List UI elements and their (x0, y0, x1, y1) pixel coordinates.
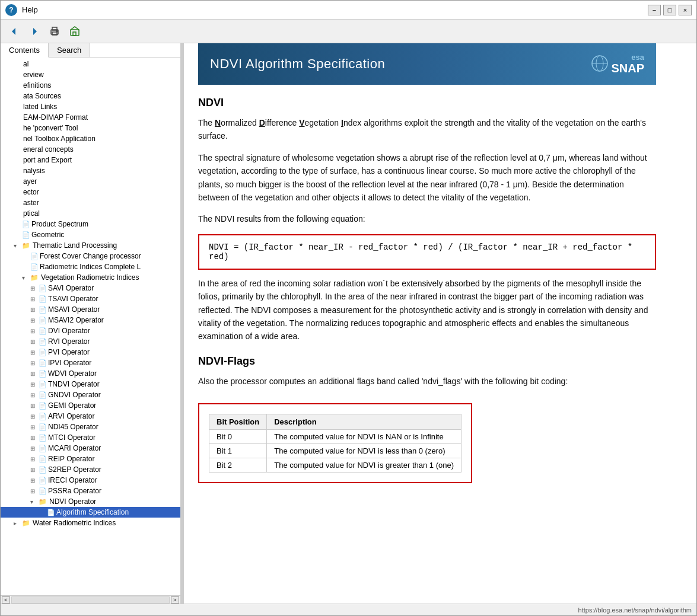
tree-item-aster[interactable]: aster (1, 197, 180, 208)
doc-icon: 📄 (30, 253, 39, 260)
tree-item-gndvi[interactable]: ⊞📄GNDVI Operator (1, 390, 180, 400)
tree-item-forest-cover[interactable]: 📄Forest Cover Change processor (1, 251, 180, 261)
tree-item-label: RVI Operator (48, 337, 90, 346)
tab-search[interactable]: Search (49, 43, 90, 57)
tab-contents[interactable]: Contents (1, 43, 49, 58)
tree-item-label: port and Export (23, 156, 72, 164)
tree-item-vegetation-radiometric[interactable]: ▾📁Vegetation Radiometric Indices (1, 272, 180, 283)
expand-icon: ▾ (22, 275, 29, 281)
tree-item-reip[interactable]: ⊞📄REIP Operator (1, 454, 180, 464)
tree-item-ireci[interactable]: ⊞📄IRECI Operator (1, 475, 180, 486)
tree-item-tndvi[interactable]: ⊞📄TNDVI Operator (1, 379, 180, 390)
tree-item-geometric[interactable]: 📄Geometric (1, 229, 180, 240)
tree-item-msavi2[interactable]: ⊞📄MSAVI2 Operator (1, 315, 180, 325)
print-button[interactable] (46, 23, 63, 40)
header-banner: NDVI Algorithm Specification (198, 43, 656, 85)
expand-icon: ▾ (14, 242, 21, 249)
toolbar (1, 20, 696, 43)
doc-icon: 📄 (39, 455, 47, 463)
tree-item-erview[interactable]: erview (1, 69, 180, 80)
window-title: Help (22, 5, 38, 14)
expand-icon: ⊞ (30, 317, 37, 324)
d-underline: D (259, 118, 265, 127)
doc-icon: 📄 (39, 317, 47, 324)
table-cell-1: The computed value for NDVI is greater t… (267, 458, 462, 473)
tree-item-tsavi[interactable]: ⊞📄TSAVI Operator (1, 293, 180, 304)
tree-item-label: NDVI Operator (49, 497, 96, 506)
tree-item-efinitions[interactable]: efinitions (1, 80, 180, 91)
tree-item-ndi45[interactable]: ⊞📄NDI45 Operator (1, 422, 180, 432)
scroll-right-btn[interactable]: > (171, 596, 179, 604)
tree-item-label: EAM-DIMAP Format (23, 113, 88, 122)
expand-icon: ⊞ (30, 467, 37, 473)
tree-item-mtci[interactable]: ⊞📄MTCI Operator (1, 432, 180, 443)
window-controls: − □ × (648, 5, 692, 15)
maximize-button[interactable]: □ (663, 5, 676, 15)
tree-item-al[interactable]: al (1, 59, 180, 69)
tree-item-label: he 'pconvert' Tool (23, 124, 78, 132)
tree-item-label: MSAVI Operator (48, 305, 100, 314)
doc-icon: 📄 (22, 221, 30, 228)
tree-item-thematic-land[interactable]: ▾📁Thematic Land Processing (1, 240, 180, 251)
back-button[interactable] (5, 23, 23, 40)
tree-item-nalysis[interactable]: nalysis (1, 165, 180, 176)
doc-icon: 📄 (47, 509, 55, 516)
tree-item-label: Radiometric Indices Complete L (40, 263, 141, 271)
expand-icon: ⊞ (30, 339, 37, 345)
tree-item-eneral-concepts[interactable]: eneral concepts (1, 144, 180, 155)
tree-item-label: efinitions (23, 81, 51, 90)
tree-item-arvi[interactable]: ⊞📄ARVI Operator (1, 411, 180, 422)
tree-item-msavi[interactable]: ⊞📄MSAVI Operator (1, 304, 180, 315)
left-scrollbar[interactable]: < > (1, 595, 180, 604)
tree-item-gemi[interactable]: ⊞📄GEMI Operator (1, 400, 180, 411)
para3: The NDVI results from the following equa… (198, 212, 656, 225)
tree-item-s2rep[interactable]: ⊞📄S2REP Operator (1, 464, 180, 475)
banner-title: NDVI Algorithm Specification (210, 56, 385, 72)
tree-item-ector[interactable]: ector (1, 187, 180, 197)
tree-item-label: SAVI Operator (48, 284, 94, 292)
tree-item-ipvi[interactable]: ⊞📄IPVI Operator (1, 358, 180, 368)
doc-icon: 📄 (39, 487, 47, 495)
doc-icon: 📄 (39, 359, 47, 367)
table-cell-1: The computed value for NDVI is less than… (267, 444, 462, 458)
tree-item-pssra[interactable]: ⊞📄PSSRa Operator (1, 486, 180, 496)
expand-icon: ⊞ (30, 413, 37, 420)
tree-item-mcari[interactable]: ⊞📄MCARI Operator (1, 443, 180, 454)
status-url: https://blog.esa.net/snap/ndvi/algorithm (578, 607, 692, 614)
tree-item-ayer[interactable]: ayer (1, 176, 180, 187)
tree-item-radiometric-indices[interactable]: 📄Radiometric Indices Complete L (1, 261, 180, 272)
help-window: ? Help − □ × (0, 0, 697, 616)
tree-item-product-spectrum[interactable]: 📄Product Spectrum (1, 219, 180, 229)
tree-item-wdvi[interactable]: ⊞📄WDVI Operator (1, 368, 180, 379)
tree-item-dvi[interactable]: ⊞📄DVI Operator (1, 325, 180, 336)
expand-icon: ⊞ (30, 445, 37, 452)
scroll-left-btn[interactable]: < (2, 596, 10, 604)
tree-item-eam-dimap[interactable]: EAM-DIMAP Format (1, 112, 180, 123)
close-button[interactable]: × (679, 5, 692, 15)
tree-item-ata-sources[interactable]: ata Sources (1, 91, 180, 101)
doc-icon: 📄 (39, 477, 47, 484)
tree-item-label: REIP Operator (48, 455, 94, 463)
tree-item-nel-toolbox[interactable]: nel Toolbox Application (1, 133, 180, 144)
tree-item-ptical[interactable]: ptical (1, 208, 180, 219)
forward-button[interactable] (26, 23, 43, 40)
tree-item-ndvi-operator[interactable]: ▾📁NDVI Operator (1, 496, 180, 507)
tree-item-port-export[interactable]: port and Export (1, 155, 180, 165)
table-wrapper: Bit Position Description Bit 0The comput… (198, 403, 472, 483)
minimize-button[interactable]: − (648, 5, 661, 15)
tree-item-savi[interactable]: ⊞📄SAVI Operator (1, 283, 180, 293)
home-button[interactable] (66, 23, 84, 40)
tree-item-lated-links[interactable]: lated Links (1, 101, 180, 112)
i-underline: I (341, 118, 343, 127)
tree-item-label: TNDVI Operator (48, 380, 100, 388)
tree-item-pconvert[interactable]: he 'pconvert' Tool (1, 123, 180, 133)
svg-point-5 (56, 30, 58, 31)
tree-item-pvi[interactable]: ⊞📄PVI Operator (1, 347, 180, 358)
tree-item-water-radiometric[interactable]: ▸📁Water Radiometric Indices (1, 518, 180, 528)
tree-container[interactable]: alerviewefinitionsata Sourceslated Links… (1, 58, 180, 595)
doc-icon: 📄 (22, 231, 30, 239)
tree-item-algorithm-spec[interactable]: 📄Algorithm Specification (1, 507, 180, 518)
doc-icon: 📄 (39, 327, 47, 335)
tree-item-rvi[interactable]: ⊞📄RVI Operator (1, 336, 180, 347)
doc-icon: 📄 (39, 413, 47, 420)
